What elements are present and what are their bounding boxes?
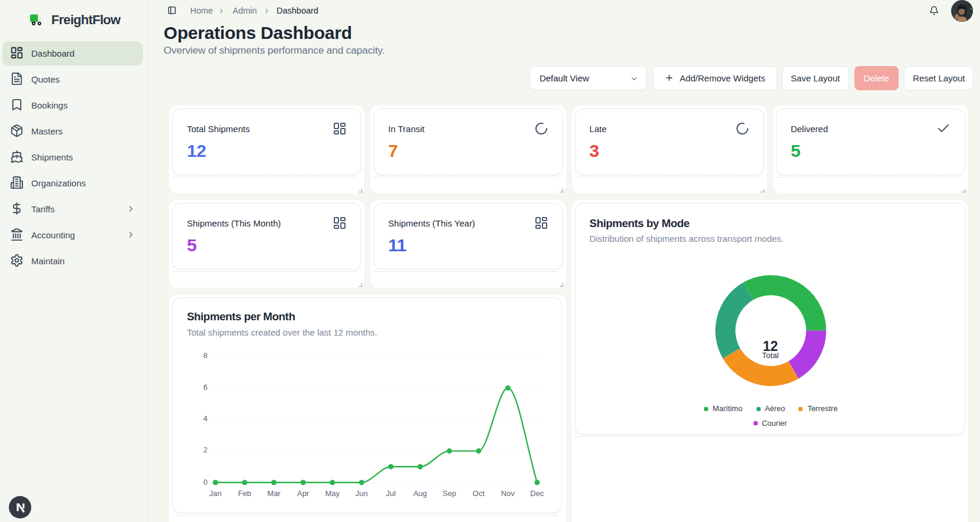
svg-text:Jan: Jan (209, 489, 222, 498)
svg-text:Feb: Feb (238, 489, 251, 498)
svg-text:Sep: Sep (443, 489, 456, 498)
svg-text:8: 8 (203, 351, 208, 360)
svg-text:Apr: Apr (297, 489, 310, 498)
svg-text:Dec: Dec (530, 489, 544, 498)
svg-text:Nov: Nov (501, 489, 515, 498)
svg-text:6: 6 (203, 383, 208, 392)
svg-text:Oct: Oct (473, 489, 485, 498)
svg-text:Jul: Jul (386, 489, 396, 498)
svg-text:Mar: Mar (267, 489, 281, 498)
svg-text:Aug: Aug (413, 489, 427, 498)
svg-text:May: May (325, 489, 340, 498)
svg-text:0: 0 (203, 478, 208, 487)
svg-text:2: 2 (203, 445, 208, 454)
svg-text:Jun: Jun (356, 489, 368, 498)
svg-text:4: 4 (203, 414, 208, 423)
